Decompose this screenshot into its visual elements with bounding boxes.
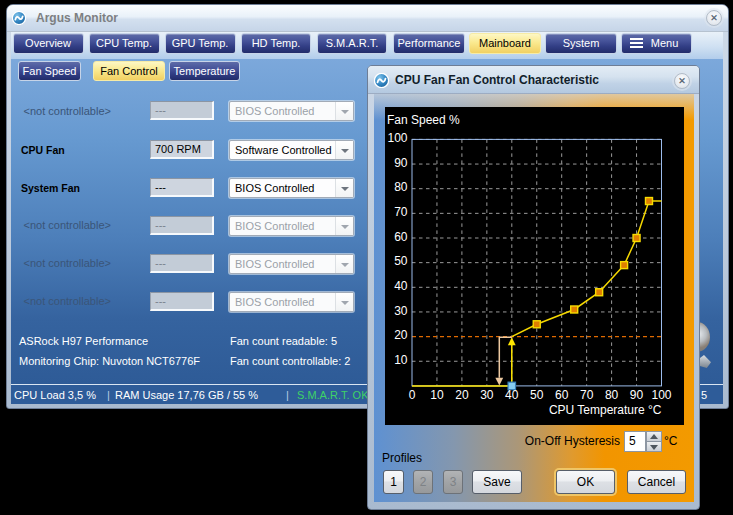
svg-text:CPU Temperature °C: CPU Temperature °C [549,403,662,417]
svg-text:0: 0 [409,388,416,402]
svg-text:10: 10 [430,388,444,402]
svg-text:60: 60 [394,230,408,244]
svg-text:40: 40 [505,388,519,402]
svg-text:30: 30 [480,388,494,402]
svg-text:50: 50 [530,388,544,402]
svg-text:50: 50 [394,254,408,268]
svg-text:20: 20 [394,328,408,342]
svg-text:100: 100 [387,131,407,145]
svg-text:10: 10 [394,353,408,367]
svg-text:20: 20 [455,388,469,402]
svg-text:Fan Speed %: Fan Speed % [387,113,460,127]
svg-text:100: 100 [651,388,671,402]
svg-text:90: 90 [394,156,408,170]
svg-text:70: 70 [580,388,594,402]
svg-text:80: 80 [605,388,619,402]
svg-text:90: 90 [630,388,644,402]
svg-text:60: 60 [555,388,569,402]
svg-text:70: 70 [394,205,408,219]
svg-text:40: 40 [394,279,408,293]
svg-text:30: 30 [394,304,408,318]
svg-text:80: 80 [394,180,408,194]
